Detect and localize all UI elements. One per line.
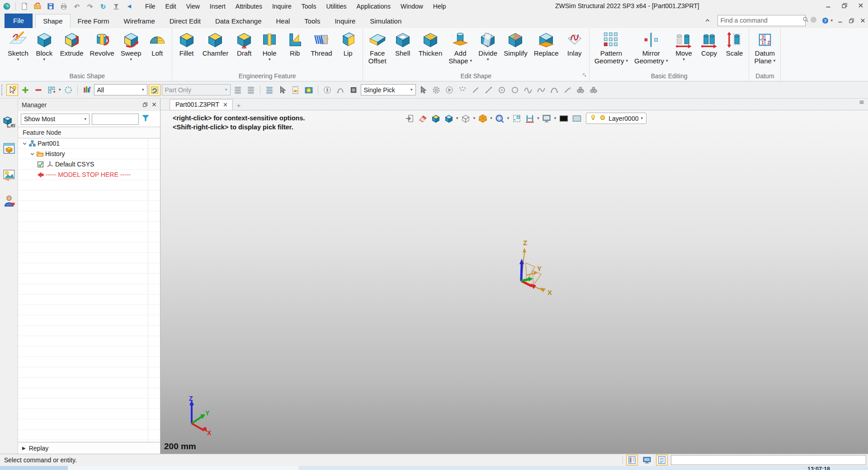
remove-entity-icon[interactable] (33, 84, 44, 96)
view-orientation-icon[interactable] (443, 113, 454, 124)
ribbon-button-lip[interactable]: Lip (335, 29, 361, 57)
redo-icon[interactable]: ↷ (85, 2, 94, 11)
add-entity-icon[interactable] (19, 84, 31, 96)
ribbon-tab-tools[interactable]: Tools (297, 14, 327, 28)
chain-pick-icon[interactable] (335, 84, 346, 96)
manager-restore-icon[interactable] (142, 101, 148, 109)
background-blue-swatch[interactable] (571, 113, 582, 124)
render-manager-icon[interactable] (2, 167, 16, 182)
menu-inquire[interactable]: Inquire (267, 1, 297, 12)
ribbon-button-thread[interactable]: Thread (307, 29, 335, 57)
restore-document-icon[interactable] (848, 17, 855, 24)
section-view-icon[interactable] (477, 113, 488, 124)
ribbon-button-extrude[interactable]: Extrude (57, 29, 87, 57)
tree-item-part001[interactable]: Part001 (18, 138, 160, 149)
replay-bar[interactable]: ▶ Replay (18, 442, 160, 454)
command-search[interactable] (717, 15, 806, 26)
lasso-pick-icon[interactable] (62, 84, 74, 96)
regen-icon[interactable]: ↻ (99, 2, 108, 11)
ribbon-button-fillet[interactable]: Fillet (174, 29, 199, 57)
filter-funnel-icon[interactable] (141, 114, 150, 124)
ribbon-tab-heal[interactable]: Heal (269, 14, 297, 28)
document-icon[interactable] (290, 84, 302, 96)
background-black-swatch[interactable] (558, 113, 569, 124)
menu-applications[interactable]: Applications (352, 1, 396, 12)
new-file-icon[interactable] (20, 2, 29, 11)
close-window-icon[interactable] (855, 1, 866, 10)
layer-select[interactable]: Layer0000▾ (586, 113, 646, 124)
help-icon[interactable]: ?▾ (821, 17, 833, 24)
ribbon-button-move[interactable]: Move▾ (671, 29, 696, 62)
tree-item-default-csys[interactable]: Default CSYS (18, 159, 160, 170)
panel-toggle-icon[interactable] (626, 455, 638, 465)
ribbon-button-simplify[interactable]: Simplify (500, 29, 531, 57)
measure-icon[interactable] (524, 113, 535, 124)
menu-insert[interactable]: Insert (205, 1, 231, 12)
collapse-icon[interactable]: ◀ (125, 2, 134, 11)
list-icon[interactable] (245, 84, 257, 96)
curve-pick-icon[interactable] (522, 84, 534, 96)
close-tab-icon[interactable]: ✕ (223, 101, 228, 108)
tree-search-input[interactable] (92, 114, 139, 125)
visual-manager-icon[interactable] (2, 141, 16, 156)
ribbon-button-face-offset[interactable]: FaceOffset (365, 29, 390, 65)
chevron-down-icon[interactable] (28, 151, 36, 157)
ribbon-tab-wireframe[interactable]: Wireframe (117, 14, 162, 28)
display-settings-icon[interactable] (541, 113, 552, 124)
manager-tree-icon[interactable] (2, 115, 16, 129)
find-ref-icon[interactable] (588, 84, 599, 96)
show-most-select[interactable]: Show Most ▾ (21, 114, 90, 125)
ribbon-button-chamfer[interactable]: Chamfer (199, 29, 232, 57)
ribbon-button-rib[interactable]: Rib (282, 29, 307, 57)
filter-icon[interactable] (81, 84, 93, 96)
app-logo-icon[interactable] (2, 2, 11, 11)
viewport[interactable]: <right-click> for context-sensitive opti… (160, 110, 868, 454)
list-icon[interactable] (232, 84, 244, 96)
ribbon-button-thicken[interactable]: Thicken (415, 29, 446, 57)
ribbon-button-divide[interactable]: Divide▾ (475, 29, 500, 62)
point-pick-icon[interactable] (457, 84, 468, 96)
multi-pick-icon[interactable] (46, 84, 57, 96)
ribbon-button-shell[interactable]: Shell (390, 29, 415, 57)
ribbon-tab-shape[interactable]: Shape (35, 14, 70, 28)
reference-icon[interactable] (303, 84, 315, 96)
ribbon-button-hole[interactable]: Hole▾ (257, 29, 282, 62)
dialog-launcher-icon[interactable] (582, 71, 587, 80)
exit-icon[interactable] (404, 113, 415, 124)
menu-help[interactable]: Help (428, 1, 451, 12)
restore-window-icon[interactable] (839, 1, 850, 10)
settings-gear-icon[interactable] (810, 16, 817, 25)
manager-close-icon[interactable] (151, 101, 157, 109)
tree-item-history[interactable]: History (18, 149, 160, 159)
ribbon-tab-inquire[interactable]: Inquire (327, 14, 363, 28)
feature-tree[interactable]: Part001HistoryDefault CSYS----- MODEL ST… (18, 138, 160, 442)
ribbon-button-loft[interactable]: Loft (145, 29, 170, 57)
ribbon-tab-simulation[interactable]: Simulation (363, 14, 409, 28)
ribbon-button-sketch[interactable]: Sketch▾ (5, 29, 32, 62)
collapse-ribbon-icon[interactable] (702, 14, 713, 26)
erase-icon[interactable] (417, 113, 428, 124)
menu-file[interactable]: File (140, 1, 160, 12)
pen-pick-icon[interactable] (561, 84, 573, 96)
zoom-icon[interactable] (494, 113, 505, 124)
prompt-list-icon[interactable] (656, 455, 668, 465)
pointer-icon[interactable] (417, 84, 429, 96)
save-icon[interactable] (46, 2, 55, 11)
close-document-icon[interactable] (859, 17, 866, 24)
select-icon[interactable] (277, 84, 288, 96)
segment-pick-icon[interactable] (483, 84, 495, 96)
menu-window[interactable]: Window (396, 1, 428, 12)
command-search-input[interactable] (720, 17, 802, 24)
tab-list-icon[interactable] (858, 99, 865, 108)
menu-view[interactable]: View (181, 1, 205, 12)
pick-scope-select[interactable]: Part Only▾ (162, 84, 231, 95)
chevron-down-icon[interactable] (21, 141, 28, 147)
user-role-icon[interactable] (2, 194, 16, 208)
fit-window-icon[interactable] (511, 113, 522, 124)
minimize-window-icon[interactable] (823, 1, 834, 10)
monitor-icon[interactable] (641, 455, 653, 465)
ribbon-button-scale[interactable]: Scale (722, 29, 747, 57)
filter-all-select[interactable]: All▾ (94, 84, 147, 95)
ribbon-button-mirror-geometry[interactable]: MirrorGeometry▾ (631, 29, 671, 65)
ribbon-button-datum-plane[interactable]: 312DatumPlane▾ (751, 29, 778, 65)
